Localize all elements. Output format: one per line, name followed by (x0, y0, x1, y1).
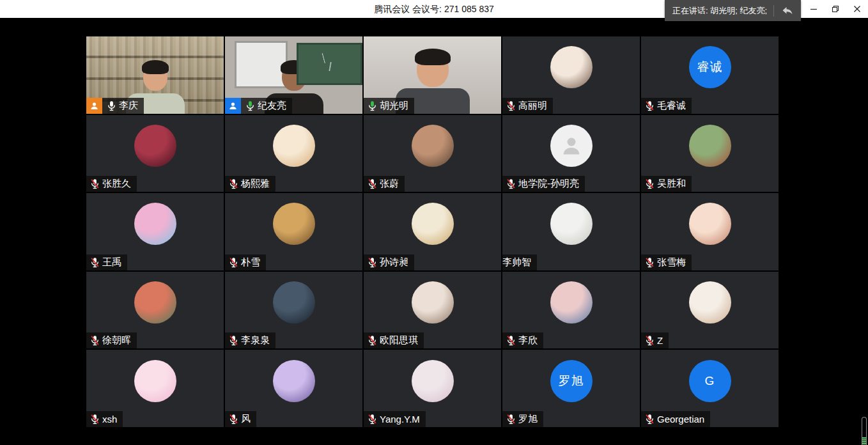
mic-icon (644, 335, 655, 346)
participant-tile[interactable]: 孙诗昶 (364, 193, 501, 270)
participant-tile[interactable]: 罗旭 罗旭 (502, 350, 640, 427)
participant-tile[interactable]: Z (641, 272, 779, 349)
mic-icon (644, 257, 655, 268)
participant-name: 杨熙雅 (241, 178, 270, 190)
mic-icon (367, 178, 378, 189)
participant-tile[interactable]: 李泉泉 (225, 272, 362, 349)
mic-icon (644, 414, 655, 425)
participant-name: Georgetian (657, 414, 704, 425)
participant-tile[interactable]: Yang.Y.M (364, 350, 501, 427)
participant-tile[interactable]: 张蔚 (364, 115, 501, 192)
mic-icon (89, 414, 100, 425)
mic-icon (644, 178, 655, 189)
mic-icon (228, 257, 239, 268)
minimize-button[interactable] (803, 0, 825, 18)
participant-label: 地学院-孙明亮 (502, 176, 585, 192)
avatar-initials: 睿诚 (697, 59, 723, 75)
participant-tile[interactable]: 徐朝晖 (86, 272, 224, 349)
participant-label: 风 (225, 411, 256, 427)
participant-tile[interactable]: 睿诚 毛睿诚 (641, 36, 779, 114)
participant-name: Z (657, 335, 663, 346)
participant-name: Yang.Y.M (380, 414, 420, 425)
avatar (134, 125, 176, 167)
reply-arrow-icon[interactable] (779, 3, 796, 19)
avatar (412, 125, 454, 167)
participant-name: 风 (241, 413, 251, 425)
mic-icon (506, 100, 516, 111)
close-button[interactable] (846, 0, 868, 18)
avatar (412, 281, 454, 324)
participant-name: 徐朝晖 (102, 334, 131, 347)
speaking-toast: 正在讲话: 胡光明; 纪友亮; (665, 0, 801, 21)
participant-name: 李庆 (119, 100, 138, 112)
participant-label: 张胜久 (86, 176, 137, 192)
participant-tile[interactable]: 风 (225, 350, 362, 427)
mic-icon (228, 335, 239, 346)
avatar (550, 125, 593, 167)
default-person-icon (559, 134, 584, 158)
participant-tile[interactable]: 胡光明 (364, 36, 501, 114)
grid-scrollbar[interactable] (862, 417, 867, 445)
mic-icon (506, 178, 516, 189)
participant-label: Georgetian (641, 411, 710, 427)
participant-label: 徐朝晖 (86, 332, 137, 348)
participant-name: 李泉泉 (241, 334, 270, 347)
participant-name: 张蔚 (380, 178, 399, 190)
role-badge (225, 98, 241, 114)
participant-tile[interactable]: xsh (86, 350, 224, 427)
mic-icon (89, 335, 100, 346)
participant-label: 王禹 (86, 254, 127, 270)
participant-tile[interactable]: 朴雪 (225, 193, 362, 270)
participant-label: Z (641, 332, 669, 348)
participant-name: 纪友亮 (258, 100, 286, 112)
participant-name: xsh (102, 414, 117, 425)
participant-name: 李欣 (518, 334, 538, 347)
participant-label: 吴胜和 (641, 176, 692, 192)
mic-icon (506, 414, 516, 425)
participant-tile[interactable]: 李欣 (502, 272, 640, 349)
mic-icon (228, 414, 239, 425)
participant-tile[interactable]: 王禹 (86, 193, 224, 270)
participant-tile[interactable]: 杨熙雅 (225, 115, 362, 192)
participant-label: 李欣 (502, 332, 543, 348)
participant-label: 孙诗昶 (364, 254, 414, 270)
mic-icon (245, 100, 256, 111)
participant-name: 张雪梅 (657, 256, 686, 269)
restore-button[interactable] (825, 0, 846, 18)
participant-name: 张胜久 (102, 178, 131, 190)
participant-tile[interactable]: 吴胜和 (641, 115, 779, 192)
avatar (412, 203, 454, 245)
participant-name: 胡光明 (380, 100, 408, 112)
participant-label: 高丽明 (502, 98, 553, 114)
mic-icon (367, 257, 378, 268)
participant-tile[interactable]: 张雪梅 (641, 193, 779, 270)
avatar (689, 281, 731, 324)
mic-icon (367, 335, 378, 346)
participant-tile[interactable]: 李庆 (86, 36, 224, 114)
avatar-initials: 罗旭 (559, 373, 584, 389)
window-controls (803, 0, 868, 18)
avatar-initials: G (705, 374, 715, 388)
avatar (273, 360, 315, 402)
participant-tile[interactable]: 高丽明 (502, 36, 640, 114)
participant-label: 朴雪 (225, 254, 266, 270)
participant-tile[interactable]: 地学院-孙明亮 (502, 115, 640, 192)
avatar: 罗旭 (550, 360, 593, 402)
participant-name: 罗旭 (518, 413, 538, 425)
participant-tile[interactable]: 李帅智 (502, 193, 640, 270)
participant-tile[interactable]: 纪友亮 (225, 36, 362, 114)
mic-icon (106, 100, 117, 111)
participant-tile[interactable]: 欧阳思琪 (364, 272, 501, 349)
participant-label: 李庆 (86, 98, 144, 114)
participant-tile[interactable]: 张胜久 (86, 115, 224, 192)
participant-tile[interactable]: G Georgetian (641, 350, 779, 427)
participant-name: 王禹 (102, 256, 121, 269)
participant-name: 李帅智 (502, 256, 531, 269)
participant-name: 高丽明 (518, 100, 547, 112)
avatar: 睿诚 (689, 46, 731, 88)
participant-name: 毛睿诚 (657, 100, 686, 112)
participant-label: 欧阳思琪 (364, 332, 424, 348)
avatar (273, 281, 315, 324)
avatar (689, 203, 731, 245)
participant-name: 朴雪 (241, 256, 260, 269)
